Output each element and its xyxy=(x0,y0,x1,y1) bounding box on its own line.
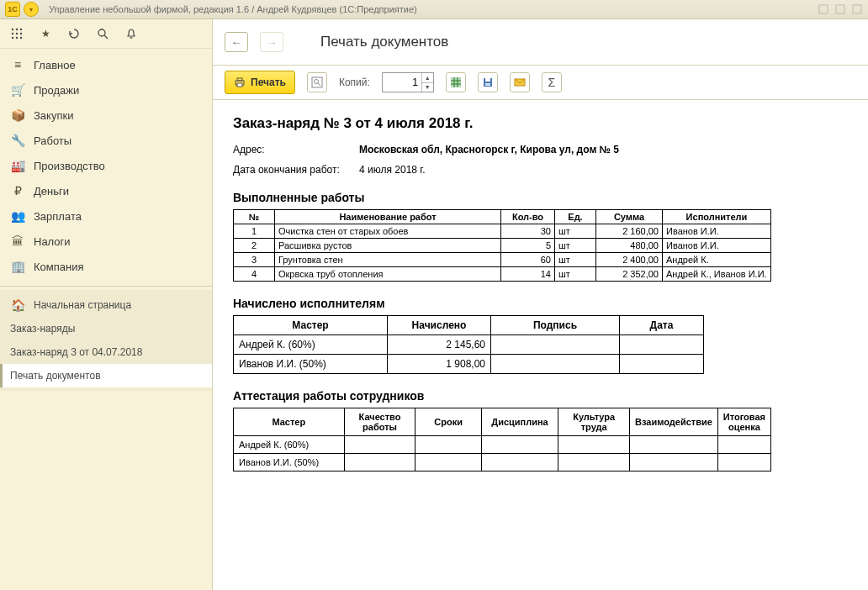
svg-point-8 xyxy=(20,33,22,34)
copies-input[interactable] xyxy=(383,73,421,92)
people-icon: 👥 xyxy=(10,208,25,224)
search-icon[interactable] xyxy=(96,27,109,40)
works-table: № Наименование работ Кол-во Ед. Сумма Ис… xyxy=(233,209,771,282)
address-value: Московская обл, Красногорск г, Кирова ул… xyxy=(359,144,619,155)
sidebar-item-company[interactable]: 🏢Компания xyxy=(0,254,212,279)
sidebar-separator xyxy=(0,286,212,287)
table-header-row: № Наименование работ Кол-во Ед. Сумма Ис… xyxy=(234,210,771,224)
table-row: 2Расшивка рустов5шт480,00Иванов И.И. xyxy=(234,239,771,253)
svg-point-10 xyxy=(16,37,18,39)
sidebar-item-print-docs[interactable]: Печать документов xyxy=(0,364,212,387)
save-button[interactable] xyxy=(478,72,498,92)
svg-rect-1 xyxy=(836,5,844,13)
window-button-1-icon[interactable] xyxy=(818,3,829,15)
table-header-row: Мастер Качество работы Сроки Дисциплина … xyxy=(234,408,771,436)
app-dropdown-icon[interactable]: ▾ xyxy=(24,2,39,17)
end-date-value: 4 июля 2018 г. xyxy=(359,164,426,176)
history-icon[interactable] xyxy=(67,27,81,40)
main-header: ← → Печать документов xyxy=(213,19,868,66)
svg-point-19 xyxy=(314,80,318,84)
svg-line-20 xyxy=(318,83,320,86)
attestation-table: Мастер Качество работы Сроки Дисциплина … xyxy=(233,408,771,471)
bell-icon[interactable] xyxy=(124,27,138,40)
print-button[interactable]: Печать xyxy=(225,71,295,94)
sidebar: ★ ≡Главное 🛒Продажи 📦Закупки 🔧Работы 🏭Пр… xyxy=(0,19,213,590)
table-row: Андрей К. (60%) xyxy=(234,436,771,454)
box-icon: 📦 xyxy=(10,108,25,123)
ruble-icon: ₽ xyxy=(10,183,25,198)
sidebar-item-label: Заказ-наряд 3 от 04.07.2018 xyxy=(10,346,142,358)
col-sum: Сумма xyxy=(596,210,663,224)
sidebar-item-label: Компания xyxy=(34,261,84,273)
window-button-2-icon[interactable] xyxy=(834,3,846,15)
building-icon: 🏢 xyxy=(10,259,25,274)
svg-rect-21 xyxy=(451,77,461,87)
sidebar-toolbar: ★ xyxy=(0,19,212,49)
sidebar-item-money[interactable]: ₽Деньги xyxy=(0,178,212,203)
wrench-icon: 🔧 xyxy=(10,133,25,148)
star-icon[interactable]: ★ xyxy=(39,27,52,40)
svg-rect-0 xyxy=(819,5,828,13)
sum-button[interactable]: Σ xyxy=(542,72,562,92)
svg-point-5 xyxy=(20,29,22,30)
mail-button[interactable] xyxy=(510,72,530,92)
sidebar-item-label: Работы xyxy=(34,134,71,147)
attestation-section-title: Аттестация работы сотрудников xyxy=(233,389,848,403)
table-row: 1Очистка стен от старых обоев30шт2 160,0… xyxy=(234,224,771,239)
svg-point-4 xyxy=(16,29,18,30)
sidebar-item-label: Закупки xyxy=(34,109,73,122)
svg-rect-17 xyxy=(237,83,242,87)
col-unit: Ед. xyxy=(555,210,596,224)
forward-button[interactable]: → xyxy=(260,32,283,52)
home-icon: 🏠 xyxy=(10,298,25,313)
table-row: Иванов И.И. (50%)1 908,00 xyxy=(234,355,704,374)
sidebar-item-sales[interactable]: 🛒Продажи xyxy=(0,77,212,103)
sidebar-item-label: Заказ-наряды xyxy=(10,323,75,335)
table-row: Андрей К. (60%)2 145,60 xyxy=(234,335,704,355)
table-row: 3Грунтовка стен60шт2 400,00Андрей К. xyxy=(234,253,771,267)
table-row: Иванов И.И. (50%) xyxy=(234,454,771,471)
back-button[interactable]: ← xyxy=(225,32,248,52)
sidebar-item-label: Производство xyxy=(34,160,105,172)
preview-button[interactable] xyxy=(307,72,327,92)
window-button-3-icon[interactable] xyxy=(851,3,863,15)
sidebar-open-items: 🏠Начальная страница Заказ-наряды Заказ-н… xyxy=(0,290,212,391)
document-area: Заказ-наряд № 3 от 4 июля 2018 г. Адрес:… xyxy=(213,100,868,590)
page-title: Печать документов xyxy=(320,34,448,50)
sidebar-item-label: Главное xyxy=(34,59,76,71)
table-row: 4Окрвска труб отопления14шт2 352,00Андре… xyxy=(234,267,771,282)
sidebar-item-production[interactable]: 🏭Производство xyxy=(0,153,212,178)
svg-rect-18 xyxy=(312,77,322,87)
tax-icon: 🏛 xyxy=(10,234,25,249)
printer-icon xyxy=(234,76,246,88)
svg-line-13 xyxy=(104,35,108,39)
copies-spinner[interactable]: ▲▼ xyxy=(382,72,434,92)
svg-point-3 xyxy=(12,29,13,30)
copies-label: Копий: xyxy=(339,76,370,88)
col-n: № xyxy=(234,210,275,224)
svg-point-6 xyxy=(12,33,13,34)
svg-rect-16 xyxy=(237,78,242,81)
sidebar-item-taxes[interactable]: 🏛Налоги xyxy=(0,229,212,254)
sidebar-item-order-3[interactable]: Заказ-наряд 3 от 04.07.2018 xyxy=(0,340,212,364)
sidebar-item-home[interactable]: 🏠Начальная страница xyxy=(0,293,212,317)
sidebar-item-label: Продажи xyxy=(34,84,79,97)
spin-down-icon[interactable]: ▼ xyxy=(422,83,433,92)
titlebar: 1C ▾ Управление небольшой фирмой, редакц… xyxy=(0,0,868,19)
address-label: Адрес: xyxy=(233,144,359,155)
sidebar-item-works[interactable]: 🔧Работы xyxy=(0,128,212,153)
accrual-section-title: Начислено исполнителям xyxy=(233,297,848,310)
sidebar-item-main[interactable]: ≡Главное xyxy=(0,52,212,77)
spin-up-icon[interactable]: ▲ xyxy=(422,73,433,83)
end-date-label: Дата окончания работ: xyxy=(233,164,359,176)
apps-icon[interactable] xyxy=(10,27,24,40)
sidebar-item-label: Деньги xyxy=(34,185,69,198)
sidebar-item-orders[interactable]: Заказ-наряды xyxy=(0,317,212,340)
svg-point-11 xyxy=(20,37,22,39)
svg-point-9 xyxy=(12,37,13,39)
basket-icon: 🛒 xyxy=(10,82,25,97)
table-button[interactable] xyxy=(446,72,466,92)
sidebar-item-salary[interactable]: 👥Зарплата xyxy=(0,203,212,229)
sidebar-item-purchases[interactable]: 📦Закупки xyxy=(0,103,212,128)
sidebar-item-label: Зарплата xyxy=(34,210,82,223)
